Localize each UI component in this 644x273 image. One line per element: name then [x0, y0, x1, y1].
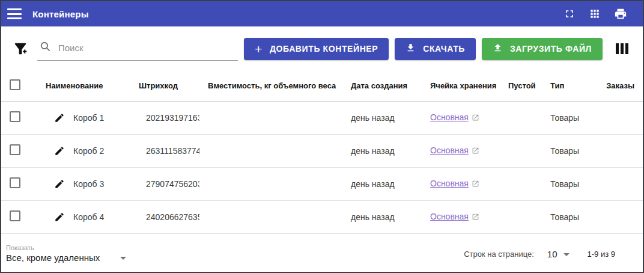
pagination-range: 1-9 из 9 [588, 250, 615, 259]
plus-icon: + [255, 43, 263, 55]
rows-per-page-select[interactable]: 10 [547, 249, 570, 259]
table-row: Короб 4 2402066276351 день назад Основна… [1, 200, 643, 233]
row-checkbox[interactable] [10, 111, 20, 122]
header-storage-cell: Ячейка хранения [422, 71, 500, 101]
table-row: Короб 1 2021931971632 день назад Основна… [1, 101, 643, 134]
container-type: Товары [542, 134, 596, 167]
container-type: Товары [542, 167, 596, 200]
download-button[interactable]: СКАЧАТЬ [395, 38, 476, 60]
storage-cell-link[interactable]: Основная [430, 212, 469, 221]
row-checkbox[interactable] [10, 144, 20, 155]
header-created: Дата создания [342, 71, 422, 101]
open-in-new-icon[interactable] [472, 180, 479, 189]
page-title: Контейнеры [32, 9, 89, 19]
chevron-down-icon [564, 253, 570, 256]
open-in-new-icon[interactable] [472, 147, 479, 156]
barcode: 2790747562036 [130, 167, 199, 200]
container-name: Короб 4 [73, 212, 104, 222]
storage-cell-link[interactable]: Основная [430, 179, 469, 188]
row-checkbox[interactable] [10, 210, 20, 221]
columns-icon[interactable] [613, 41, 631, 57]
menu-icon[interactable] [7, 8, 22, 19]
container-type: Товары [542, 200, 596, 233]
select-all-checkbox[interactable] [10, 79, 20, 90]
table-footer: Показать Все, кроме удаленных Строк на с… [1, 236, 643, 272]
created-date: день назад [342, 101, 422, 134]
edit-icon[interactable] [54, 212, 65, 222]
toolbar: + ДОБАВИТЬ КОНТЕЙНЕР СКАЧАТЬ ЗАГРУЗИТЬ Ф… [1, 26, 643, 71]
container-name: Короб 2 [73, 146, 104, 156]
container-name: Короб 3 [73, 179, 104, 189]
upload-icon [493, 43, 503, 55]
chevron-down-icon [120, 257, 126, 260]
container-name: Короб 1 [73, 113, 104, 123]
barcode: 2402066276351 [130, 200, 199, 233]
created-date: день назад [342, 167, 422, 200]
fullscreen-icon[interactable] [564, 8, 576, 20]
created-date: день назад [342, 200, 422, 233]
created-date: день назад [342, 134, 422, 167]
header-capacity: Вместимость, кг объемного веса [199, 71, 342, 101]
table-header-row: Наименование Штрихкод Вместимость, кг об… [1, 71, 643, 101]
topbar: Контейнеры [1, 1, 643, 26]
table-row: Короб 2 2631115837740 день назад Основна… [1, 134, 643, 167]
header-name: Наименование [37, 71, 130, 101]
grid-apps-icon[interactable] [589, 8, 601, 20]
open-in-new-icon[interactable] [472, 213, 479, 222]
upload-file-button[interactable]: ЗАГРУЗИТЬ ФАЙЛ [482, 38, 603, 60]
container-type: Товары [542, 101, 596, 134]
row-checkbox[interactable] [10, 177, 20, 188]
containers-table: Наименование Штрихкод Вместимость, кг об… [1, 71, 643, 234]
edit-icon[interactable] [54, 179, 65, 189]
storage-cell-link[interactable]: Основная [430, 112, 469, 122]
show-label: Показать [6, 244, 126, 253]
search-input[interactable] [58, 43, 235, 53]
barcode: 2631115837740 [130, 134, 199, 167]
barcode: 2021931971632 [130, 101, 199, 134]
rows-per-page-label: Строк на странице: [464, 250, 534, 259]
header-orders: Заказы [596, 71, 643, 101]
header-barcode: Штрихкод [130, 71, 199, 101]
add-container-button[interactable]: + ДОБАВИТЬ КОНТЕЙНЕР [244, 38, 389, 60]
open-in-new-icon[interactable] [472, 114, 479, 123]
print-icon[interactable] [614, 7, 627, 20]
header-type: Тип [542, 71, 596, 101]
storage-cell-link[interactable]: Основная [430, 146, 469, 155]
filter-add-icon[interactable] [12, 40, 29, 57]
edit-icon[interactable] [54, 112, 65, 123]
search-icon [40, 41, 51, 55]
download-icon [406, 43, 416, 55]
header-empty: Пустой [500, 71, 542, 101]
show-filter-select[interactable]: Все, кроме удаленных [6, 253, 126, 264]
containers-page: Контейнеры + ДОБАВИТЬ КОНТ [0, 0, 644, 273]
edit-icon[interactable] [54, 146, 65, 156]
table-row: Короб 3 2790747562036 день назад Основна… [1, 167, 643, 200]
search-field [37, 37, 238, 61]
